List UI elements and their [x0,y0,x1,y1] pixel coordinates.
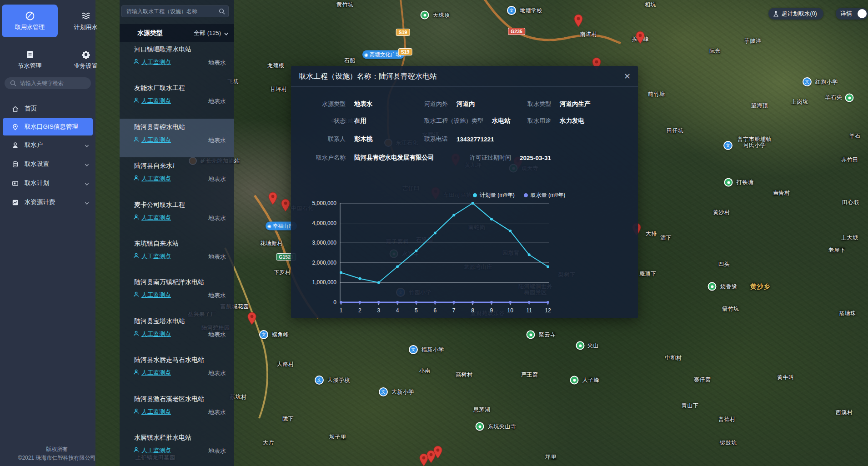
field-row: 联系人彭木桃联系电话13432771221 [291,135,638,145]
app-tile-1[interactable]: 取用水管理 [2,5,58,37]
chevron-down-icon[interactable] [85,181,89,185]
green-poi-icon[interactable] [476,422,484,431]
app-tile-2[interactable]: 计划用水 [58,5,114,37]
field-label: 水源类型 [291,100,346,108]
close-icon[interactable]: ✕ [624,72,631,80]
school-marker-icon[interactable]: 文 [723,141,733,150]
sidebar-item-6[interactable]: 水资源计费 [0,193,95,212]
user-icon [12,142,19,149]
map-place-label: 下罗村 [274,270,291,276]
chevron-down-icon[interactable] [85,143,89,147]
station-list-item[interactable]: 陆河县激石溪老区水电站人工监测点地表水 [120,391,234,429]
school-marker-icon[interactable]: 文 [507,6,516,15]
school-marker-icon[interactable]: 文 [315,376,324,385]
sidebar-item-4[interactable]: 取水设置 [0,155,95,174]
station-search-input[interactable] [121,5,229,17]
red-pin-icon[interactable] [433,446,443,459]
station-list-item[interactable]: 东坑镇自来水站人工监测点地表水 [120,235,234,274]
red-pin-icon[interactable] [635,31,645,45]
search-icon[interactable] [219,8,225,15]
map-place-label: 严王窝 [521,372,538,378]
school-marker-icon[interactable]: 文 [803,77,812,86]
person-icon [133,253,139,260]
station-list-item[interactable]: 水唇镇水栏肚水电站人工监测点地表水 [120,429,234,466]
map-place-label: 中和村 [665,355,682,361]
person-icon [133,369,139,376]
monitor-type-link[interactable]: 人工监测点 [133,252,171,261]
monitor-type-link[interactable]: 人工监测点 [133,97,171,105]
monitor-type-link[interactable]: 人工监测点 [133,58,171,66]
monitor-type-link[interactable]: 人工监测点 [133,408,171,416]
map-place-label: 东坑尖山寺 [488,424,517,430]
map-place-label: 黄沙村 [713,210,730,215]
green-poi-icon[interactable] [576,341,585,350]
app-tile-4[interactable]: 业务设置 [58,43,114,76]
monitor-type-link[interactable]: 人工监测点 [133,446,171,455]
monitor-type-link[interactable]: 人工监测点 [133,136,171,144]
filter-value[interactable]: 全部 (125) [194,29,221,37]
map-place-label: 锣鼓坑 [720,440,737,446]
green-poi-icon[interactable] [527,331,535,339]
chevron-down-icon[interactable] [85,162,89,166]
svg-text:9: 9 [490,307,493,314]
station-list-item[interactable]: 陆河县南万镇杞洋水电站人工监测点地表水 [120,274,234,312]
monitor-label: 人工监测点 [141,136,171,144]
toggle-knob[interactable] [858,9,867,18]
green-poi-icon[interactable] [708,282,717,291]
monitor-type-link[interactable]: 人工监测点 [133,330,171,338]
field-label: 取水类型 [527,100,551,108]
field-value: 水电站 [492,117,511,125]
map-place-label: 天珠顶 [433,12,450,18]
red-pin-icon[interactable] [281,199,291,212]
school-marker-icon[interactable]: 文 [409,345,418,354]
red-pin-icon[interactable] [573,14,583,28]
over-plan-intake-button[interactable]: 超计划取水(0) [768,8,823,20]
monitor-type-link[interactable]: 人工监测点 [133,175,171,183]
school-marker-icon[interactable]: 文 [259,330,268,339]
map-place-label: 羊石 [849,133,861,139]
detail-toggle[interactable]: 详情 [836,8,868,20]
station-list-item[interactable]: 陆河县水唇走马石水电站人工监测点地表水 [120,351,234,390]
green-poi-icon[interactable] [421,11,429,20]
nav-label: 取水口GIS信息管理 [25,123,78,131]
field: 取水工程（设施）类型水电站 [424,117,511,125]
station-list-item[interactable]: 陆河县青硿水电站人工监测点地表水 [120,119,234,157]
map-place-label: 西溪村 [836,410,853,416]
sidebar-item-2[interactable]: 取水口GIS信息管理 [3,118,93,135]
sidebar-search-input[interactable] [5,77,91,89]
field: 河道内外河道内 [424,100,475,108]
green-poi-icon[interactable] [724,178,733,187]
red-pin-icon[interactable] [247,312,257,326]
map-place-label: 上岗坑 [791,99,808,105]
sidebar-item-1[interactable]: 首页 [0,99,95,118]
chevron-down-icon[interactable] [85,200,89,205]
red-pin-icon[interactable] [419,453,429,466]
svg-text:0: 0 [333,299,336,306]
station-name: 东坑镇自来水站 [134,240,179,248]
school-marker-icon[interactable]: 文 [379,387,388,396]
app-tile-3[interactable]: 节水管理 [2,43,58,76]
svg-text:11: 11 [526,307,532,314]
green-poi-icon[interactable] [845,94,854,102]
monitor-type-link[interactable]: 人工监测点 [133,214,171,222]
sidebar-item-3[interactable]: 取水户 [0,135,95,155]
map-place-label: 黄牛叫 [777,375,794,381]
field-label: 许可证过期时间 [470,154,511,162]
station-list-panel: 水源类型 全部 (125) 河口镇唱歌潭水电站人工监测点地表水友能水厂取水工程人… [120,0,234,466]
station-list-item[interactable]: 陆河县自来水厂人工监测点地表水 [120,157,234,196]
red-pin-icon[interactable] [268,192,278,205]
monitor-type-link[interactable]: 人工监测点 [133,369,171,377]
green-poi-icon[interactable] [570,376,579,385]
station-list-item[interactable]: 陆河县宝塔水电站人工监测点地表水 [120,313,234,351]
map-place-label: 田心塅 [842,200,859,205]
station-list-item[interactable]: 友能水厂取水工程人工监测点地表水 [120,80,234,118]
station-list-item[interactable]: 河口镇唱歌潭水电站人工监测点地表水 [120,41,234,80]
station-list-item[interactable]: 麦卡公司取水工程人工监测点地表水 [120,196,234,235]
field-value: 地表水 [354,100,373,108]
field: 联系人彭木桃 [291,135,373,143]
chevron-down-icon[interactable] [224,31,229,36]
map-place-label: 溜下 [660,235,672,241]
person-icon [133,214,139,221]
sidebar-item-5[interactable]: 取水计划 [0,174,95,193]
monitor-type-link[interactable]: 人工监测点 [133,291,171,299]
